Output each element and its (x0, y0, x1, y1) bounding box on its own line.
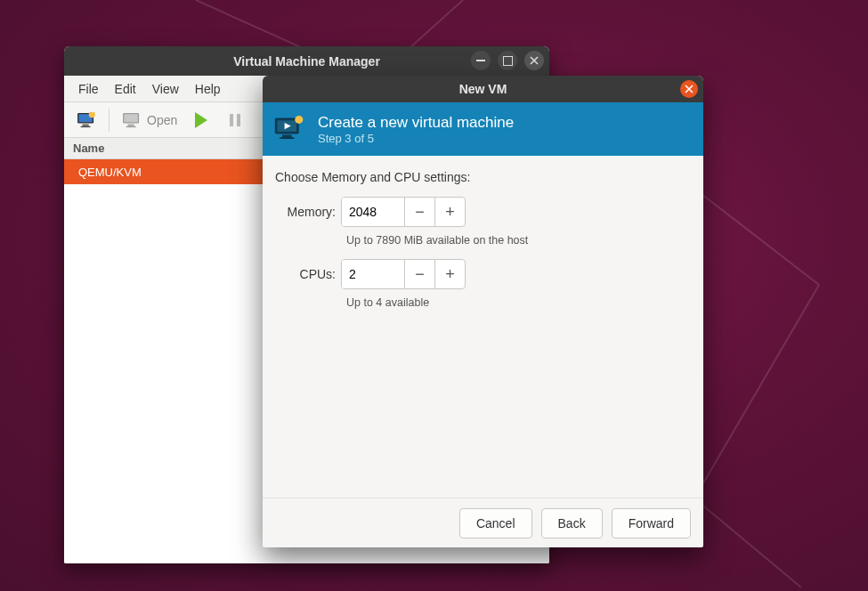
menu-file[interactable]: File (71, 78, 106, 100)
close-icon (530, 56, 539, 65)
section-heading: Choose Memory and CPU settings: (275, 170, 691, 184)
cpus-row: CPUs: − + (275, 259, 691, 289)
memory-helper: Up to 7890 MiB available on the host (346, 234, 691, 247)
dialog-close-button[interactable] (680, 80, 698, 98)
banner-text: Create a new virtual machine Step 3 of 5 (318, 114, 514, 145)
memory-spinbox: − + (341, 197, 466, 227)
cpus-input[interactable] (342, 260, 404, 288)
window-controls (471, 51, 544, 70)
dialog-footer: Cancel Back Forward (263, 498, 703, 547)
close-button[interactable] (524, 51, 544, 70)
pause-icon (229, 113, 241, 127)
monitor-new-icon (77, 112, 96, 128)
vm-wizard-icon (273, 115, 305, 143)
svg-rect-14 (126, 125, 136, 126)
svg-rect-21 (280, 137, 294, 139)
monitor-icon (122, 112, 142, 128)
new-vm-button[interactable] (71, 107, 101, 134)
new-vm-dialog: New VM Create a new virtual machine Step… (263, 76, 703, 547)
svg-rect-16 (237, 114, 240, 126)
memory-input[interactable] (342, 198, 404, 226)
cpus-decrement-button[interactable]: − (404, 260, 434, 288)
menu-help[interactable]: Help (188, 78, 228, 100)
cpus-spinbox: − + (341, 259, 466, 289)
back-button[interactable]: Back (541, 508, 603, 538)
minimize-button[interactable] (471, 51, 491, 70)
svg-line-3 (694, 285, 819, 498)
open-button[interactable]: Open (117, 107, 183, 134)
play-icon (195, 112, 207, 128)
svg-rect-20 (282, 134, 292, 137)
titlebar: Virtual Machine Manager (64, 46, 549, 76)
cpus-increment-button[interactable]: + (434, 260, 465, 288)
column-name: Name (73, 142, 104, 155)
svg-rect-13 (128, 124, 134, 125)
svg-rect-12 (124, 114, 137, 122)
svg-rect-15 (230, 114, 233, 126)
memory-increment-button[interactable]: + (434, 198, 465, 226)
toolbar-separator (109, 109, 110, 132)
cancel-button[interactable]: Cancel (459, 508, 532, 538)
memory-label: Memory: (275, 205, 341, 219)
window-title: Virtual Machine Manager (233, 54, 380, 69)
cpus-label: CPUs: (275, 267, 341, 281)
svg-rect-9 (81, 125, 91, 126)
dialog-banner: Create a new virtual machine Step 3 of 5 (263, 102, 703, 156)
memory-row: Memory: − + (275, 197, 691, 227)
svg-point-22 (295, 116, 303, 124)
close-icon (685, 85, 694, 93)
menu-view[interactable]: View (145, 78, 186, 100)
svg-rect-8 (83, 124, 89, 125)
dialog-body: Choose Memory and CPU settings: Memory: … (263, 156, 703, 498)
banner-step: Step 3 of 5 (318, 132, 514, 145)
run-button[interactable] (186, 107, 216, 134)
memory-decrement-button[interactable]: − (404, 198, 434, 226)
dialog-title: New VM (459, 82, 507, 96)
cpus-helper: Up to 4 available (346, 296, 691, 309)
banner-heading: Create a new virtual machine (318, 114, 514, 132)
menu-edit[interactable]: Edit (108, 78, 143, 100)
open-label: Open (147, 113, 177, 127)
forward-button[interactable]: Forward (612, 508, 691, 538)
maximize-button[interactable] (498, 51, 517, 70)
dialog-titlebar: New VM (263, 76, 703, 102)
svg-line-4 (694, 498, 801, 587)
list-item-label: QEMU/KVM (78, 166, 142, 179)
pause-button[interactable] (220, 107, 250, 134)
